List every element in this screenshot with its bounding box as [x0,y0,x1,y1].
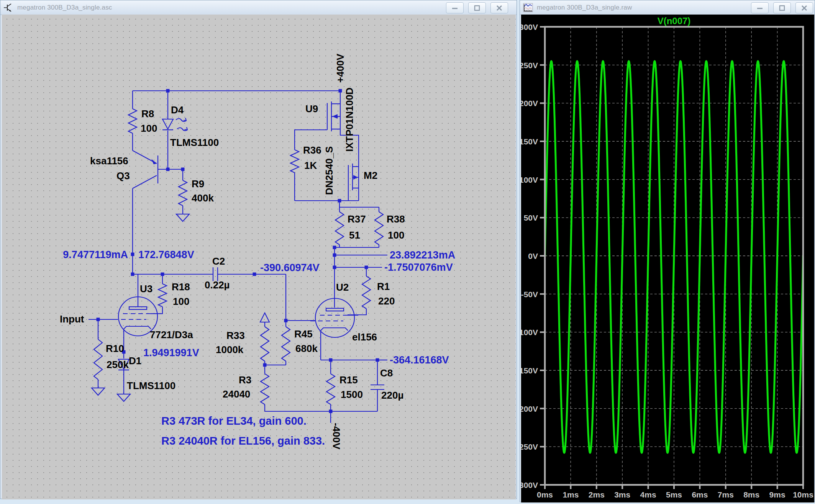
schematic-canvas[interactable]: R8100D4TLMS1100Q3ksa1156R9400kU9R361KM2R… [2,15,516,498]
component-R3-label[interactable]: R3 [239,374,251,386]
component-D1-label[interactable]: D1 [129,355,141,367]
maximize-button[interactable] [468,2,486,13]
component-R1-label[interactable]: R1 [377,281,390,292]
y-tick-label: 150V [521,137,538,146]
component-U9-value[interactable]: IXTP01N100D [344,87,355,152]
node-junction [333,266,336,269]
power-label-vplus[interactable]: +400V [335,53,346,83]
component-R37-value[interactable]: 51 [349,229,360,241]
node-junction [131,253,134,256]
schematic-canvas-area: R8100D4TLMS1100Q3ksa1156R9400kU9R361KM2R… [2,15,516,499]
node-junction [329,358,333,362]
minimize-button[interactable] [446,2,464,13]
plot-title[interactable]: V(n007) [658,16,691,26]
annotation-2[interactable]: -390.60974V [260,262,320,273]
component-R9-label[interactable]: R9 [192,178,204,190]
y-tick-label: -300V [521,481,538,489]
waveform-window: megatron 300B_D3a_single.raw 300V250V200… [520,0,815,502]
component-Q3-value[interactable]: ksa1156 [90,155,128,167]
component-D1-value[interactable]: TLMS1100 [127,380,175,391]
component-R8-label[interactable]: R8 [141,108,154,119]
component-R18-value[interactable]: 100 [173,296,189,307]
node-junction [376,358,379,362]
component-R36-label[interactable]: R36 [303,144,321,156]
annotation-3[interactable]: 1.9491991V [143,347,199,358]
component-R15-value[interactable]: 1500 [341,389,363,400]
y-tick-label: -100V [521,328,538,337]
component-R33-value[interactable]: 1000k [216,344,244,355]
x-tick-label: 2ms [589,490,605,499]
x-tick-label: 8ms [743,490,759,499]
component-R38-value[interactable]: 100 [388,229,404,241]
plot-background [521,15,814,501]
schematic-note-0[interactable]: R3 473R for EL34, gain 600. [161,415,307,427]
y-tick-label: -50V [521,290,538,299]
x-tick-label: 1ms [562,490,579,499]
annotation-5[interactable]: -1.7507076mV [384,262,453,273]
node-junction [161,273,164,276]
minimize-icon [756,5,763,11]
node-junction [131,273,134,276]
component-C8-label[interactable]: C8 [380,367,393,379]
component-R33-label[interactable]: R33 [226,330,245,341]
component-U3-value[interactable]: 7721/D3a [150,329,193,340]
component-R15-label[interactable]: R15 [339,374,358,386]
component-R38-label[interactable]: R38 [387,213,405,225]
waveform-plot[interactable]: 300V250V200V150V100V50V0V-50V-100V-150V-… [521,15,814,501]
node-junction [329,410,333,413]
component-R45-value[interactable]: 680k [295,343,318,354]
waveform-titlebar[interactable]: megatron 300B_D3a_single.raw [520,0,815,15]
node-junction [365,266,368,269]
annotation-1[interactable]: 172.76848V [138,249,194,260]
component-U2-value[interactable]: el156 [352,331,377,343]
component-C2-value[interactable]: 0.22µ [205,279,230,291]
component-R10-label[interactable]: R10 [106,343,124,354]
y-tick-label: -200V [521,404,538,413]
annotation-0[interactable]: 9.7477119mA [63,249,128,260]
schematic-titlebar[interactable]: megatron 300B_D3a_single.asc [0,0,517,15]
component-R8-value[interactable]: 100 [141,123,157,134]
power-label-vminus[interactable]: -400V [331,423,342,450]
node-junction [338,199,341,203]
component-R3-value[interactable]: 24040 [223,388,250,400]
annotation-6[interactable]: -364.16168V [390,354,449,366]
y-tick-label: 200V [521,99,538,108]
component-C8-value[interactable]: 220µ [381,389,403,401]
component-R1-value[interactable]: 220 [378,295,395,307]
maximize-button[interactable] [773,2,791,13]
x-tick-label: 10ms [793,490,813,499]
input-net-label[interactable]: Input [60,313,84,325]
x-tick-label: 6ms [692,490,708,499]
component-R36-value[interactable]: 1K [304,160,317,171]
schematic-note-1[interactable]: R3 24040R for EL156, gain 833. [161,435,325,447]
close-button[interactable] [795,2,813,13]
component-R10-value[interactable]: 250k [107,359,129,370]
node-junction [166,168,170,171]
y-tick-label: 300V [521,23,538,31]
node-junction [166,89,170,93]
component-M2-label[interactable]: M2 [364,170,377,181]
component-U9-label[interactable]: U9 [305,103,318,115]
schematic-window: megatron 300B_D3a_single.asc R8100D4TLMS… [0,0,517,499]
waveform-plot-area: 300V250V200V150V100V50V0V-50V-100V-150V-… [521,15,814,502]
minimize-button[interactable] [751,2,769,13]
x-tick-label: 4ms [640,490,656,499]
component-R37-label[interactable]: R37 [348,213,366,225]
component-U3-label[interactable]: U3 [140,283,153,295]
x-tick-label: 5ms [666,490,682,499]
x-tick-label: 3ms [614,490,630,499]
component-R9-value[interactable]: 400k [192,192,214,204]
component-M2-value[interactable]: DN2540_S [323,146,335,195]
close-icon [801,5,808,11]
node-junction [333,246,336,249]
node-junction [284,319,288,322]
component-Q3-label[interactable]: Q3 [116,170,130,182]
component-R45-label[interactable]: R45 [294,328,313,340]
close-button[interactable] [490,2,508,13]
component-C2-label[interactable]: C2 [212,255,225,267]
component-D4-label[interactable]: D4 [171,104,184,116]
component-U2-label[interactable]: U2 [336,281,349,293]
annotation-4[interactable]: 23.892213mA [390,249,455,261]
component-R18-label[interactable]: R18 [172,281,190,293]
component-D4-value[interactable]: TLMS1100 [170,137,219,148]
